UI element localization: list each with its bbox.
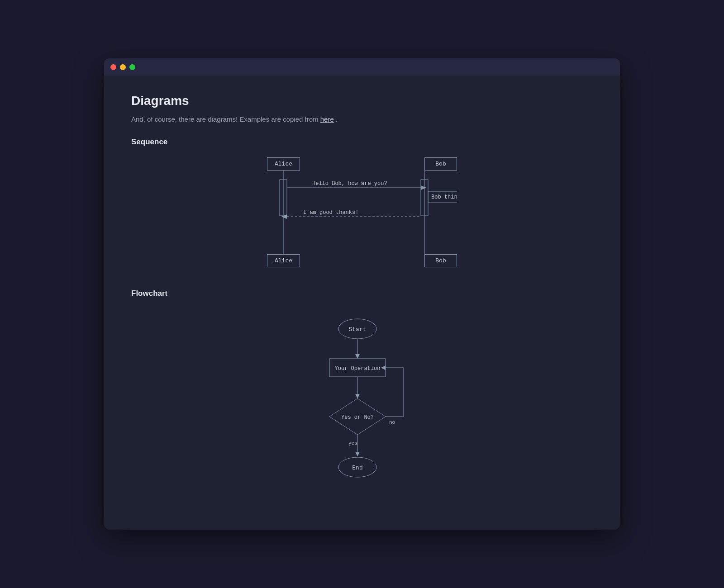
page-title: Diagrams	[131, 94, 593, 108]
seq-actors-bottom: Alice Bob	[267, 254, 457, 267]
titlebar	[104, 58, 620, 76]
minimize-button[interactable]	[120, 64, 126, 70]
sequence-svg: Hello Bob, how are you? Bob thinks I am …	[267, 171, 457, 254]
sequence-diagram: Alice Bob Hello Bob, how are	[267, 157, 457, 267]
alice-actor-top: Alice	[267, 157, 300, 171]
app-window: Diagrams And, of course, there are diagr…	[104, 58, 620, 530]
svg-marker-25	[381, 365, 386, 370]
svg-text:I am good thanks!: I am good thanks!	[303, 209, 358, 216]
alice-actor-bottom: Alice	[267, 254, 300, 267]
page-content: Diagrams And, of course, there are diagr…	[104, 76, 620, 530]
svg-text:Start: Start	[348, 326, 366, 333]
here-link[interactable]: here	[320, 115, 334, 123]
svg-text:Your Operation: Your Operation	[335, 365, 381, 372]
bob-actor-bottom: Bob	[424, 254, 457, 267]
svg-marker-10	[281, 214, 287, 219]
intro-paragraph: And, of course, there are diagrams! Exam…	[131, 115, 593, 123]
bob-actor-top: Bob	[424, 157, 457, 171]
fullscreen-button[interactable]	[129, 64, 135, 70]
flowchart-title: Flowchart	[131, 289, 593, 298]
svg-marker-28	[355, 452, 360, 456]
svg-text:Bob thinks: Bob thinks	[431, 194, 457, 200]
svg-text:Hello Bob, how are you?: Hello Bob, how are you?	[312, 180, 387, 187]
svg-text:End: End	[352, 465, 362, 471]
svg-marker-5	[421, 185, 426, 190]
seq-actors-top: Alice Bob	[267, 157, 457, 171]
svg-marker-19	[355, 394, 360, 398]
intro-text: And, of course, there are diagrams! Exam…	[131, 115, 319, 123]
close-button[interactable]	[110, 64, 116, 70]
svg-marker-15	[355, 354, 360, 359]
flowchart-section: Flowchart Start Your Operation Yes or	[131, 289, 593, 490]
flowchart-svg: Start Your Operation Yes or No?	[299, 309, 425, 490]
sequence-title: Sequence	[131, 138, 593, 147]
intro-end: .	[336, 115, 338, 123]
sequence-section: Sequence Alice Bob	[131, 138, 593, 267]
svg-text:Yes or No?: Yes or No?	[341, 414, 374, 421]
svg-text:no: no	[389, 420, 395, 425]
svg-text:yes: yes	[348, 441, 357, 446]
